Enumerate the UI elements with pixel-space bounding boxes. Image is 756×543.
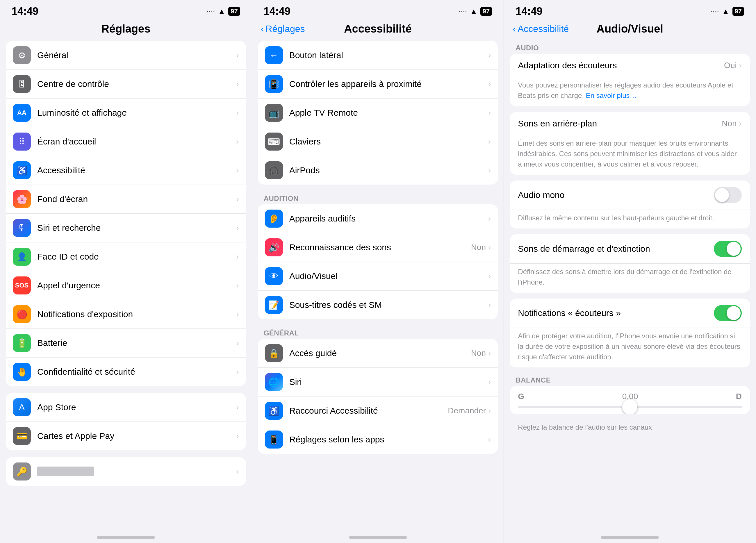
adaptation-section: Adaptation des écouteurs Oui › Vous pouv… bbox=[510, 54, 750, 106]
raccourci-icon: ♿ bbox=[265, 402, 283, 420]
toggle-knob bbox=[727, 306, 741, 320]
item-reglages-apps[interactable]: 📱 Réglages selon les apps › bbox=[258, 425, 498, 454]
item-sous-titres[interactable]: 📝 Sous-titres codés et SM › bbox=[258, 291, 498, 319]
back-button-3[interactable]: ‹ Accessibilité bbox=[513, 24, 569, 34]
chevron-icon: › bbox=[488, 243, 491, 252]
wifi-icon-3: ▲ bbox=[722, 7, 730, 16]
chevron-icon: › bbox=[488, 137, 491, 146]
chevron-icon: › bbox=[488, 79, 491, 89]
chevron-icon: › bbox=[236, 338, 239, 348]
nav-bar-1: Réglages bbox=[0, 20, 252, 40]
sos-icon: SOS bbox=[13, 276, 31, 294]
status-time-3: 14:49 bbox=[516, 5, 542, 17]
sous-titres-icon: 📝 bbox=[265, 296, 283, 314]
home-indicator-3 bbox=[504, 534, 756, 543]
notifications-ecouteurs-toggle[interactable] bbox=[714, 305, 742, 321]
settings-item-faceid[interactable]: 👤 Face ID et code › bbox=[6, 242, 246, 271]
sons-demarrage-toggle[interactable] bbox=[714, 241, 742, 257]
audio-mono-description: Diffusez le même contenu sur les haut-pa… bbox=[510, 210, 750, 228]
settings-item-batterie[interactable]: 🔋 Batterie › bbox=[6, 329, 246, 358]
item-acces-guide[interactable]: 🔒 Accès guidé Non › bbox=[258, 339, 498, 368]
audio-mono-toggle[interactable] bbox=[714, 187, 742, 203]
item-reconnaissance-sons[interactable]: 🔊 Reconnaissance des sons Non › bbox=[258, 233, 498, 262]
item-appletv[interactable]: 📺 Apple TV Remote › bbox=[258, 99, 498, 127]
wifi-icon-2: ▲ bbox=[470, 7, 477, 16]
row-adaptation-ecouteurs[interactable]: Adaptation des écouteurs Oui › bbox=[510, 54, 750, 77]
chevron-icon: › bbox=[488, 349, 491, 358]
item-bouton-lateral[interactable]: ← Bouton latéral › bbox=[258, 41, 498, 70]
settings-scroll: ⚙ Général › 🎛 Centre de contrôle › AA Lu… bbox=[0, 40, 252, 534]
chevron-icon: › bbox=[236, 194, 239, 204]
settings-item-exposition[interactable]: 🔴 Notifications d'exposition › bbox=[6, 300, 246, 329]
chevron-icon: › bbox=[236, 367, 239, 376]
faceid-icon: 👤 bbox=[13, 248, 31, 266]
audio-mono-section: Audio mono Diffusez le même contenu sur … bbox=[510, 181, 750, 228]
row-sons-demarrage[interactable]: Sons de démarrage et d'extinction bbox=[510, 234, 750, 264]
item-appareils-auditifs[interactable]: 👂 Appareils auditifs › bbox=[258, 204, 498, 233]
settings-item-sos[interactable]: SOS Appel d'urgence › bbox=[6, 271, 246, 300]
item-claviers[interactable]: ⌨ Claviers › bbox=[258, 127, 498, 156]
home-bar-1 bbox=[97, 536, 155, 539]
item-siri[interactable]: 🌐 Siri › bbox=[258, 368, 498, 396]
row-audio-mono[interactable]: Audio mono bbox=[510, 181, 750, 210]
status-bar-3: 14:49 ···· ▲ 97 bbox=[504, 0, 756, 20]
chevron-icon: › bbox=[488, 108, 491, 117]
siri-icon: 🎙 bbox=[13, 219, 31, 237]
settings-item-luminosite[interactable]: AA Luminosité et affichage › bbox=[6, 99, 246, 127]
chevron-icon: › bbox=[488, 300, 491, 310]
settings-item-general[interactable]: ⚙ Général › bbox=[6, 41, 246, 70]
row-notifications-ecouteurs[interactable]: Notifications « écouteurs » bbox=[510, 299, 750, 328]
chevron-icon: › bbox=[739, 119, 742, 128]
chevron-icon: › bbox=[739, 61, 742, 70]
notifications-ecouteurs-section: Notifications « écouteurs » Afin de prot… bbox=[510, 299, 750, 367]
settings-item-appstore[interactable]: A App Store › bbox=[6, 393, 246, 422]
settings-item-fond[interactable]: 🌸 Fond d'écran › bbox=[6, 185, 246, 214]
claviers-icon: ⌨ bbox=[265, 133, 283, 151]
item-raccourci[interactable]: ♿ Raccourci Accessibilité Demander › bbox=[258, 396, 498, 425]
back-button-2[interactable]: ‹ Réglages bbox=[261, 24, 305, 34]
settings-item-siri[interactable]: 🎙 Siri et recherche › bbox=[6, 214, 246, 242]
balance-slider-knob bbox=[622, 399, 637, 414]
settings-item-confidentialite[interactable]: 🤚 Confidentialité et sécurité › bbox=[6, 358, 246, 386]
row-sons-arriere-plan[interactable]: Sons en arrière-plan Non › bbox=[510, 112, 750, 135]
page-title-1: Réglages bbox=[101, 23, 150, 35]
status-icons-1: ···· ▲ 97 bbox=[207, 7, 240, 16]
signal-icon-1: ···· bbox=[207, 7, 215, 16]
general-icon: ⚙ bbox=[13, 46, 31, 64]
balance-slider[interactable] bbox=[518, 406, 742, 408]
nav-bar-3: ‹ Accessibilité Audio/Visuel bbox=[504, 20, 756, 40]
settings-group-main: ⚙ Général › 🎛 Centre de contrôle › AA Lu… bbox=[6, 41, 246, 386]
accessibilite-scroll: ← Bouton latéral › 📳 Contrôler les appar… bbox=[252, 40, 504, 534]
ecran-icon: ⠿ bbox=[13, 133, 31, 151]
en-savoir-plus-link[interactable]: En savoir plus… bbox=[586, 92, 637, 99]
controle-appareils-icon: 📳 bbox=[265, 75, 283, 93]
settings-item-accessibilite[interactable]: ♿ Accessibilité › bbox=[6, 156, 246, 185]
toggle-knob bbox=[727, 242, 741, 256]
exposition-icon: 🔴 bbox=[13, 305, 31, 323]
section-general-header: GÉNÉRAL bbox=[252, 326, 504, 339]
item-controle-appareils[interactable]: 📳 Contrôler les appareils à proximité › bbox=[258, 70, 498, 99]
back-chevron-3: ‹ bbox=[513, 24, 516, 34]
sons-demarrage-section: Sons de démarrage et d'extinction Défini… bbox=[510, 234, 750, 293]
battery-icon-3: 97 bbox=[732, 7, 744, 16]
chevron-icon: › bbox=[236, 79, 239, 89]
settings-item-cartes[interactable]: 💳 Cartes et Apple Pay › bbox=[6, 422, 246, 450]
chevron-icon: › bbox=[236, 51, 239, 60]
chevron-icon: › bbox=[236, 281, 239, 290]
controle-icon: 🎛 bbox=[13, 75, 31, 93]
settings-item-controle[interactable]: 🎛 Centre de contrôle › bbox=[6, 70, 246, 99]
settings-item-motsdepasse[interactable]: 🔑 Mots de passe › bbox=[6, 457, 246, 486]
chevron-icon: › bbox=[236, 252, 239, 261]
item-airpods[interactable]: 🎧 AirPods › bbox=[258, 156, 498, 185]
motsdepasse-icon: 🔑 bbox=[13, 462, 31, 481]
item-audio-visuel[interactable]: 👁 Audio/Visuel › bbox=[258, 262, 498, 291]
appstore-icon: A bbox=[13, 398, 31, 416]
back-label-3: Accessibilité bbox=[518, 24, 569, 34]
balance-section: G 0,00 D bbox=[510, 386, 750, 414]
settings-item-ecran[interactable]: ⠿ Écran d'accueil › bbox=[6, 127, 246, 156]
chevron-icon: › bbox=[488, 51, 491, 60]
panel-audio-visuel: 14:49 ···· ▲ 97 ‹ Accessibilité Audio/Vi… bbox=[504, 0, 756, 543]
chevron-icon: › bbox=[236, 223, 239, 233]
battery-icon-2: 97 bbox=[480, 7, 492, 16]
password-label-blurred: Mots de passe bbox=[37, 467, 94, 476]
